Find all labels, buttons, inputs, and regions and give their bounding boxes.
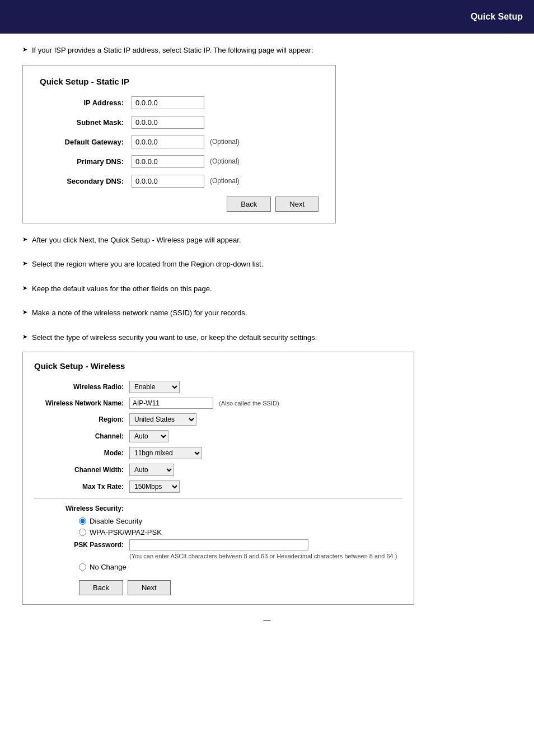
region-row: Region: United States Europe Asia — [34, 413, 402, 426]
wireless-network-name-row: Wireless Network Name: (Also called the … — [34, 398, 402, 409]
disable-security-label-text: Disable Security — [90, 517, 142, 525]
static-ip-form: Quick Setup - Static IP IP Address: Subn… — [22, 65, 336, 223]
region-label: Region: — [34, 416, 124, 423]
default-gateway-row: Default Gateway: (Optional) — [40, 136, 318, 148]
max-tx-rate-select[interactable]: 150Mbps 54Mbps 11Mbps — [129, 480, 180, 493]
page-content: If your ISP provides a Static IP address… — [0, 34, 534, 636]
wireless-bullet-text-1: After you click Next, the Quick Setup - … — [32, 235, 241, 246]
static-ip-btn-row: Back Next — [40, 197, 318, 212]
wireless-bullet-5: Select the type of wireless security you… — [22, 332, 512, 343]
static-ip-bullet-text: If your ISP provides a Static IP address… — [32, 45, 313, 56]
primary-dns-optional: (Optional) — [210, 157, 240, 165]
wireless-security-heading-row: Wireless Security: — [34, 505, 402, 512]
mode-label: Mode: — [34, 449, 124, 457]
psk-password-input[interactable] — [129, 539, 308, 550]
wireless-radio-row: Wireless Radio: Enable Disable — [34, 381, 402, 393]
ip-address-label: IP Address: — [40, 99, 124, 107]
region-select[interactable]: United States Europe Asia — [129, 413, 196, 426]
disable-security-radio[interactable] — [79, 517, 86, 525]
default-gateway-label: Default Gateway: — [40, 138, 124, 146]
psk-hint-text: (You can enter ASCII characters between … — [129, 553, 402, 559]
channel-width-select[interactable]: Auto 20MHz 40MHz — [129, 464, 174, 476]
primary-dns-label: Primary DNS: — [40, 157, 124, 166]
static-ip-back-button[interactable]: Back — [227, 197, 271, 212]
wireless-back-button[interactable]: Back — [79, 580, 123, 595]
wireless-bullet-text-3: Keep the default values for the other fi… — [32, 283, 212, 295]
wireless-btn-row: Back Next — [79, 580, 402, 595]
channel-select[interactable]: Auto 1 6 11 — [129, 430, 168, 442]
wireless-network-name-label: Wireless Network Name: — [34, 399, 124, 407]
wpa-security-label-text: WPA-PSK/WPA2-PSK — [90, 528, 162, 536]
header-title: Quick Setup — [471, 12, 523, 22]
wireless-form: Quick Setup - Wireless Wireless Radio: E… — [22, 352, 414, 605]
subnet-mask-row: Subnet Mask: — [40, 116, 318, 129]
channel-row: Channel: Auto 1 6 11 — [34, 430, 402, 442]
wireless-bullet-1: After you click Next, the Quick Setup - … — [22, 235, 512, 246]
wireless-radio-select[interactable]: Enable Disable — [129, 381, 180, 393]
ip-address-row: IP Address: — [40, 96, 318, 109]
wireless-form-title: Quick Setup - Wireless — [34, 361, 402, 371]
wireless-bullet-text-5: Select the type of wireless security you… — [32, 332, 317, 343]
wireless-bullet-2: Select the region where you are located … — [22, 259, 512, 270]
default-gateway-input[interactable] — [132, 136, 204, 148]
secondary-dns-label: Secondary DNS: — [40, 177, 124, 185]
no-change-radio[interactable] — [79, 563, 86, 571]
mode-select[interactable]: 11bgn mixed 11b only 11g only 11n only — [129, 447, 202, 459]
wireless-next-button[interactable]: Next — [128, 580, 171, 595]
static-ip-form-title: Quick Setup - Static IP — [40, 77, 318, 86]
secondary-dns-optional: (Optional) — [210, 177, 240, 185]
wireless-network-name-input[interactable] — [129, 398, 213, 409]
max-tx-rate-row: Max Tx Rate: 150Mbps 54Mbps 11Mbps — [34, 480, 402, 493]
static-ip-bullet: If your ISP provides a Static IP address… — [22, 45, 512, 56]
footer-dash: — — [22, 616, 512, 624]
top-bar: Quick Setup — [0, 0, 534, 34]
secondary-dns-row: Secondary DNS: (Optional) — [40, 175, 318, 188]
wireless-bullet-4: Make a note of the wireless network name… — [22, 307, 512, 319]
primary-dns-row: Primary DNS: (Optional) — [40, 155, 318, 168]
wireless-network-name-note: (Also called the SSID) — [219, 400, 279, 407]
wireless-bullet-text-2: Select the region where you are located … — [32, 259, 263, 270]
ip-address-input[interactable] — [132, 96, 204, 109]
wireless-bullet-text-4: Make a note of the wireless network name… — [32, 307, 247, 319]
wireless-radio-label: Wireless Radio: — [34, 383, 124, 391]
primary-dns-input[interactable] — [132, 155, 204, 168]
subnet-mask-input[interactable] — [132, 116, 204, 129]
static-ip-next-button[interactable]: Next — [275, 197, 318, 212]
channel-width-row: Channel Width: Auto 20MHz 40MHz — [34, 464, 402, 476]
wireless-bullet-3: Keep the default values for the other fi… — [22, 283, 512, 295]
mode-row: Mode: 11bgn mixed 11b only 11g only 11n … — [34, 447, 402, 459]
no-change-row: No Change — [79, 563, 402, 571]
max-tx-rate-label: Max Tx Rate: — [34, 483, 124, 491]
psk-password-label: PSK Password: — [34, 541, 124, 549]
wpa-security-row: WPA-PSK/WPA2-PSK — [79, 528, 402, 536]
psk-password-row: PSK Password: — [34, 539, 402, 550]
channel-width-label: Channel Width: — [34, 466, 124, 474]
secondary-dns-input[interactable] — [132, 175, 204, 188]
subnet-mask-label: Subnet Mask: — [40, 118, 124, 127]
disable-security-row: Disable Security — [79, 517, 402, 525]
no-change-label-text: No Change — [90, 563, 127, 571]
channel-label: Channel: — [34, 432, 124, 440]
wireless-security-label: Wireless Security: — [34, 505, 124, 512]
wpa-security-radio[interactable] — [79, 529, 86, 536]
default-gateway-optional: (Optional) — [210, 138, 240, 146]
